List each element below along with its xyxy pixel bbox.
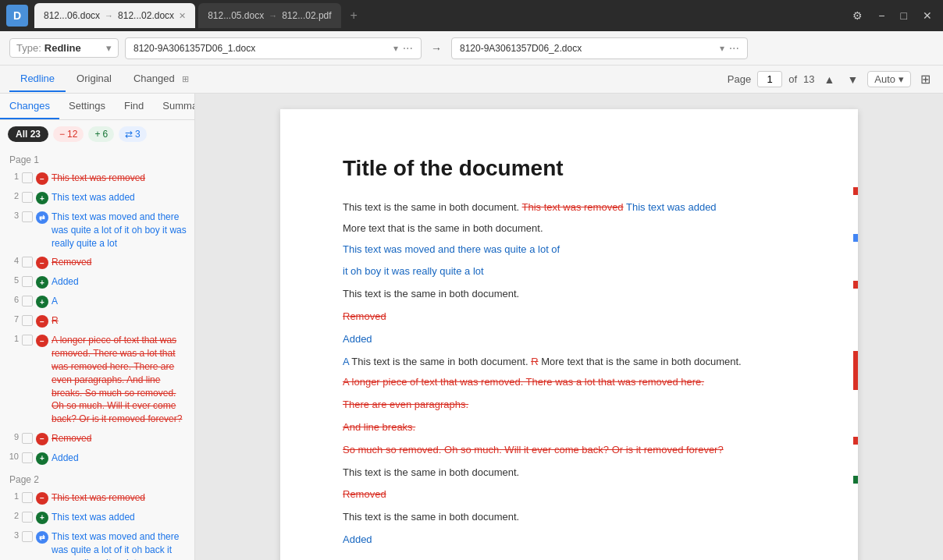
change-checkbox[interactable]: [22, 296, 33, 307]
change-item[interactable]: 9 − Removed: [0, 429, 194, 448]
maximize-button[interactable]: □: [896, 6, 912, 25]
change-item[interactable]: 2 + This text was added: [0, 188, 194, 207]
sidebar-tab-find-label: Find: [124, 100, 144, 112]
sidebar-tabs: Changes Settings Find Summary ⊞: [0, 94, 194, 120]
tab-2[interactable]: 812...05.docx → 812...02.pdf: [198, 3, 340, 28]
tab-icon: ⊞: [182, 74, 189, 83]
tab-1-arrow: →: [105, 11, 113, 20]
add-tab-button[interactable]: +: [344, 5, 364, 26]
sidebar-tab-changes[interactable]: Changes: [0, 94, 59, 119]
change-item[interactable]: 3 ⇄ This text was moved and there was qu…: [0, 527, 194, 560]
doc-text-added: This text was added: [626, 201, 717, 213]
page-prev-button[interactable]: ▲: [821, 72, 838, 87]
minimize-button[interactable]: −: [874, 6, 889, 25]
change-checkbox[interactable]: [22, 257, 33, 268]
doc-section-3: This text is the same in both document.: [343, 286, 795, 303]
change-item[interactable]: 3 ⇄ This text was moved and there was qu…: [0, 207, 194, 253]
moved-icon: ⇄: [36, 531, 48, 544]
change-text: Removed: [52, 256, 188, 269]
type-chevron-icon: ▾: [106, 42, 112, 54]
filter-removed[interactable]: − 12: [53, 126, 84, 142]
doc-removed-text2: Removed: [343, 487, 795, 503]
change-checkbox[interactable]: [22, 512, 33, 523]
file-1-more-icon[interactable]: ···: [403, 41, 413, 55]
removed-icon: −: [36, 257, 48, 269]
sidebar-tab-settings[interactable]: Settings: [59, 94, 115, 119]
change-text: This text was moved and there was quite …: [52, 211, 188, 250]
title-bar: D 812...06.docx → 812...02.docx ✕ 812...…: [0, 0, 943, 31]
file-1-name: 8120-9A3061357D06_1.docx: [133, 43, 389, 54]
doc-text-same4: This text is the same in both document.: [351, 356, 531, 367]
margin-marker-removed4: [853, 437, 858, 445]
doc-section-5: This text is the same in both document.: [343, 509, 795, 526]
change-item[interactable]: 4 − Removed: [0, 253, 194, 272]
change-item[interactable]: 6 + A: [0, 292, 194, 311]
added-icon: +: [36, 512, 48, 524]
minus-icon: −: [59, 129, 65, 140]
change-checkbox[interactable]: [22, 315, 33, 326]
change-item[interactable]: 7 − R: [0, 311, 194, 331]
change-checkbox[interactable]: [22, 192, 33, 203]
doc-moved-text2: it oh boy it was really quite a lot: [343, 264, 795, 280]
sidebar: Changes Settings Find Summary ⊞ All 23 −…: [0, 94, 195, 560]
removed-icon: −: [36, 433, 48, 445]
change-item[interactable]: 1 − A longer piece of text that was remo…: [0, 331, 194, 429]
doc-section-added2: Added: [343, 532, 795, 548]
doc-added-text2: Added: [343, 532, 795, 548]
close-button[interactable]: ✕: [918, 6, 937, 25]
zoom-selector[interactable]: Auto ▾: [867, 71, 911, 87]
change-text: Added: [52, 452, 188, 465]
filter-added[interactable]: + 6: [88, 126, 114, 142]
change-checkbox[interactable]: [22, 452, 33, 463]
removed-icon: −: [36, 172, 48, 185]
change-item[interactable]: 1 − This text was removed: [0, 168, 194, 188]
doc-removed-text1: Removed: [343, 309, 795, 325]
page-next-button[interactable]: ▼: [844, 72, 861, 87]
change-item[interactable]: 5 + Added: [0, 272, 194, 292]
sidebar-content[interactable]: Page 1 1 − This text was removed 2 + Thi…: [0, 148, 194, 560]
tab-2-label2: 812...02.pdf: [282, 10, 331, 21]
doc-moved-text1: This text was moved and there was quite …: [343, 242, 795, 258]
change-checkbox[interactable]: [22, 211, 33, 222]
type-value: Redline: [44, 42, 81, 54]
change-checkbox[interactable]: [22, 276, 33, 287]
file-2-more-icon[interactable]: ···: [729, 41, 739, 55]
tab-original-label: Original: [77, 73, 112, 84]
change-item[interactable]: 1 − This text was removed: [0, 488, 194, 508]
file-nav-icon: →: [428, 39, 445, 58]
app-logo: D: [6, 5, 28, 27]
change-item[interactable]: 2 + This text was added: [0, 508, 194, 527]
sidebar-tab-summary[interactable]: Summary: [153, 94, 195, 119]
change-text: This text was added: [52, 511, 188, 524]
tab-1[interactable]: 812...06.docx → 812...02.docx ✕: [34, 3, 195, 28]
file-2-chevron-icon: ▾: [720, 43, 724, 54]
filter-all[interactable]: All 23: [8, 126, 48, 142]
change-checkbox[interactable]: [22, 335, 33, 346]
tab-1-close[interactable]: ✕: [179, 11, 186, 21]
change-text: This text was removed: [52, 491, 188, 505]
change-checkbox[interactable]: [22, 531, 33, 542]
file-1-selector[interactable]: 8120-9A3061357D06_1.docx ▾ ···: [125, 37, 422, 59]
tab-changed[interactable]: Changed ⊞: [123, 66, 200, 92]
tab-original[interactable]: Original: [66, 66, 123, 92]
tab-redline[interactable]: Redline: [9, 66, 66, 92]
file-2-selector[interactable]: 8120-9A3061357D06_2.docx ▾ ···: [451, 37, 748, 59]
change-checkbox[interactable]: [22, 172, 33, 183]
view-options-button[interactable]: ⊞: [917, 70, 934, 88]
doc-section-big-removed: A longer piece of text that was removed.…: [343, 374, 795, 458]
view-tabs-bar: Redline Original Changed ⊞ Page of 13 ▲ …: [0, 66, 943, 94]
change-text: R: [52, 314, 188, 328]
settings-button[interactable]: ⚙: [848, 6, 867, 25]
doc-section-1: This text is the same in both document. …: [343, 200, 795, 216]
change-item[interactable]: 10 + Added: [0, 448, 194, 468]
filter-moved[interactable]: ⇄ 3: [119, 126, 147, 142]
page-input[interactable]: [757, 71, 782, 87]
sidebar-tab-find[interactable]: Find: [115, 94, 153, 119]
tab-redline-label: Redline: [20, 73, 55, 84]
type-selector[interactable]: Type: Redline ▾: [9, 38, 119, 58]
change-checkbox[interactable]: [22, 492, 33, 503]
change-text: This text was added: [52, 191, 188, 204]
main-toolbar: Type: Redline ▾ 8120-9A3061357D06_1.docx…: [0, 31, 943, 66]
change-checkbox[interactable]: [22, 433, 33, 444]
doc-removed-big3: And line breaks.: [343, 420, 795, 436]
